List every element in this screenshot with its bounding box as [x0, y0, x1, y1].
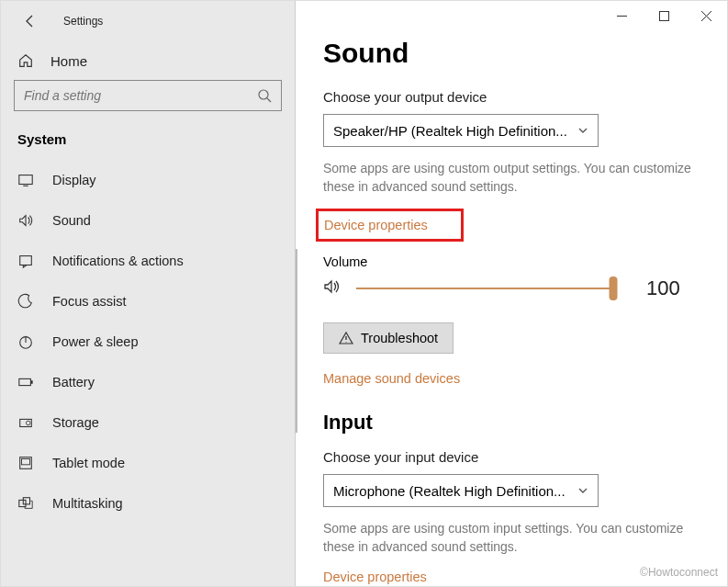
svg-rect-4 [19, 378, 31, 385]
volume-value: 100 [646, 277, 680, 300]
nav-label: Storage [52, 415, 99, 430]
chevron-down-icon [577, 123, 588, 139]
titlebar: Settings [1, 1, 295, 41]
notifications-icon [17, 253, 34, 269]
svg-rect-9 [22, 459, 30, 465]
home-nav[interactable]: Home [1, 41, 295, 80]
nav-label: Notifications & actions [52, 254, 184, 268]
nav-item-multitasking[interactable]: Multitasking [1, 483, 295, 524]
nav-item-focus[interactable]: Focus assist [1, 281, 295, 322]
nav-label: Tablet mode [52, 456, 125, 470]
slider-track [356, 288, 613, 289]
svg-rect-10 [19, 500, 26, 506]
volume-slider[interactable] [356, 279, 613, 298]
close-icon [701, 11, 711, 21]
input-heading: Choose your input device [323, 449, 700, 465]
output-note: Some apps are using custom output settin… [323, 160, 700, 196]
svg-point-0 [259, 90, 268, 99]
main-panel: Sound Choose your output device Speaker/… [296, 1, 727, 586]
nav-list: Display Sound Notifications & actions Fo… [1, 160, 295, 524]
search-box[interactable] [14, 80, 282, 111]
storage-icon [17, 414, 34, 431]
nav-item-power[interactable]: Power & sleep [1, 322, 295, 362]
nav-label: Display [52, 173, 96, 187]
input-device-dropdown[interactable]: Microphone (Realtek High Definition... [323, 474, 599, 507]
home-label: Home [50, 53, 87, 69]
arrow-left-icon [23, 14, 38, 28]
manage-sound-devices-link[interactable]: Manage sound devices [323, 371, 460, 386]
maximize-icon [659, 11, 669, 21]
input-device-properties-link[interactable]: Device properties [323, 570, 427, 584]
nav-item-battery[interactable]: Battery [1, 362, 295, 402]
svg-rect-11 [23, 498, 29, 504]
home-icon [17, 52, 34, 69]
search-input[interactable] [24, 88, 257, 103]
highlight-annotation: Device properties [316, 209, 464, 242]
maximize-button[interactable] [643, 1, 685, 30]
svg-rect-2 [20, 256, 32, 265]
nav-label: Multitasking [52, 496, 123, 511]
multitasking-icon [17, 495, 34, 512]
svg-rect-5 [31, 380, 33, 384]
nav-item-sound[interactable]: Sound [1, 200, 295, 241]
display-icon [17, 172, 34, 188]
section-label: System [1, 124, 295, 160]
volume-row: 100 [323, 277, 700, 300]
nav-item-display[interactable]: Display [1, 160, 295, 200]
volume-label: Volume [323, 254, 700, 269]
dropdown-value: Speaker/HP (Realtek High Definition... [333, 123, 567, 139]
chevron-down-icon [577, 483, 588, 499]
app-title: Settings [63, 15, 103, 28]
minimize-icon [617, 11, 627, 21]
warning-icon [339, 331, 353, 345]
nav-item-storage[interactable]: Storage [1, 402, 295, 443]
svg-rect-1 [19, 175, 32, 185]
nav-label: Battery [52, 375, 95, 389]
minimize-button[interactable] [600, 1, 643, 30]
watermark: ©Howtoconnect [640, 566, 718, 579]
slider-thumb[interactable] [610, 277, 618, 300]
speaker-icon[interactable] [323, 277, 342, 299]
output-device-dropdown[interactable]: Speaker/HP (Realtek High Definition... [323, 114, 599, 147]
window-controls [600, 1, 727, 30]
focus-icon [17, 293, 34, 310]
troubleshoot-button[interactable]: Troubleshoot [323, 322, 454, 354]
page-title: Sound [323, 38, 700, 69]
nav-label: Focus assist [52, 294, 127, 309]
content: Sound Choose your output device Speaker/… [296, 1, 727, 586]
search-icon [257, 88, 272, 103]
nav-item-notifications[interactable]: Notifications & actions [1, 241, 295, 281]
nav-label: Power & sleep [52, 334, 139, 349]
nav-label: Sound [52, 213, 91, 228]
search-wrap [14, 80, 282, 111]
close-button[interactable] [685, 1, 727, 30]
sound-icon [17, 212, 34, 229]
battery-icon [17, 374, 34, 390]
input-note: Some apps are using custom input setting… [323, 520, 700, 556]
sidebar: Settings Home System Display Sound Notif… [1, 1, 295, 586]
svg-point-7 [26, 421, 30, 425]
input-section-title: Input [323, 411, 700, 435]
power-icon [17, 333, 34, 350]
back-button[interactable] [17, 8, 43, 34]
troubleshoot-label: Troubleshoot [361, 331, 438, 345]
nav-item-tablet[interactable]: Tablet mode [1, 443, 295, 483]
output-device-properties-link[interactable]: Device properties [324, 218, 428, 232]
dropdown-value: Microphone (Realtek High Definition... [333, 483, 566, 499]
svg-rect-12 [659, 11, 668, 20]
tablet-icon [17, 455, 34, 471]
output-heading: Choose your output device [323, 89, 700, 105]
